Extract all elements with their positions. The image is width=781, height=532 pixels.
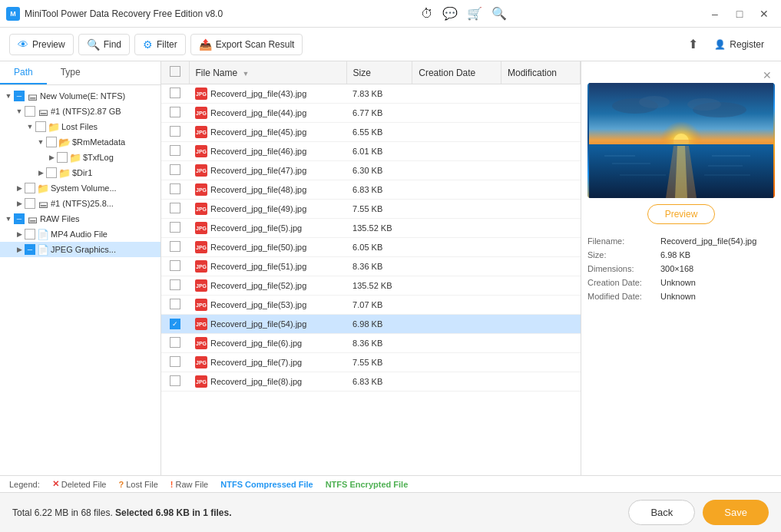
tree-check-rmeta[interactable] <box>46 137 57 147</box>
export-button[interactable]: 📤 Export Scan Result <box>190 34 303 55</box>
row-check-cell[interactable] <box>161 180 189 200</box>
row-check[interactable] <box>170 260 180 271</box>
table-row[interactable]: JPG Recoverd_jpg_file(46).jpg 6.01 KB <box>161 142 581 161</box>
tree-check-txflog[interactable] <box>57 152 68 163</box>
tree-item-txflog[interactable]: ▶ 📁 $TxfLog <box>0 150 161 165</box>
row-check[interactable] <box>170 299 180 309</box>
expand-icon[interactable]: ▼ <box>3 92 14 100</box>
row-check[interactable] <box>170 222 180 233</box>
cart-icon[interactable]: 🛒 <box>467 6 482 21</box>
row-check-cell[interactable] <box>161 200 189 219</box>
minimize-button[interactable]: – <box>704 3 726 25</box>
table-row[interactable]: JPG Recoverd_jpg_file(49).jpg 7.55 KB <box>161 200 581 219</box>
tree-item-jpeg[interactable]: ▶ ─ 📄 JPEG Graphics... <box>0 242 161 257</box>
row-check[interactable] <box>170 203 180 213</box>
search-icon[interactable]: 🔍 <box>491 6 507 21</box>
table-row[interactable]: JPG Recoverd_jpg_file(51).jpg 8.36 KB <box>161 257 581 276</box>
preview-button[interactable]: 👁 Preview <box>9 34 74 55</box>
tree-item-rawfiles[interactable]: ▼ ─ 🖴 RAW Files <box>0 211 161 226</box>
tree-item-dir1[interactable]: ▶ 📁 $Dir1 <box>0 165 161 180</box>
expand-sysvol-icon[interactable]: ▶ <box>14 184 25 192</box>
tree-item-ntfs2[interactable]: ▶ 🖴 #1 (NTFS)25.8... <box>0 196 161 211</box>
table-row[interactable]: JPG Recoverd_jpg_file(47).jpg 6.30 KB <box>161 161 581 180</box>
tree-check-mp4[interactable] <box>25 229 35 240</box>
col-check[interactable] <box>161 61 189 84</box>
expand-rmeta-icon[interactable]: ▼ <box>35 138 46 146</box>
expand-mp4-icon[interactable]: ▶ <box>14 230 25 238</box>
row-check[interactable] <box>170 88 180 98</box>
tree-item-lostfiles[interactable]: ▼ 📁 Lost Files <box>0 119 161 134</box>
expand-raw-icon[interactable]: ▼ <box>3 215 14 223</box>
tree-check-sysvol[interactable] <box>25 183 35 193</box>
expand-jpeg-icon[interactable]: ▶ <box>14 246 25 253</box>
row-check-cell[interactable] <box>161 334 189 353</box>
back-button[interactable]: Back <box>628 500 695 525</box>
row-check-cell[interactable] <box>161 123 189 142</box>
expand-dir1-icon[interactable]: ▶ <box>35 169 46 177</box>
row-check[interactable] <box>170 356 180 367</box>
tree-check-raw[interactable]: ─ <box>14 213 25 224</box>
tab-type[interactable]: Type <box>47 61 94 84</box>
find-button[interactable]: 🔍 Find <box>78 34 130 55</box>
maximize-button[interactable]: □ <box>729 3 750 25</box>
tree-check-dir1[interactable] <box>46 167 57 178</box>
tree-check-ntfs1[interactable] <box>25 106 35 117</box>
tree-check-lost[interactable] <box>35 121 46 132</box>
tree-item-mp4audio[interactable]: ▶ 📄 MP4 Audio File <box>0 226 161 242</box>
expand-ntfs1-icon[interactable]: ▼ <box>14 107 25 115</box>
register-button[interactable]: 👤 Register <box>707 35 772 54</box>
preview-close-button[interactable]: ✕ <box>587 68 775 83</box>
row-check-cell[interactable]: ✓ <box>161 315 189 334</box>
tree-item-root[interactable]: ▼ ─ 🖴 New Volume(E: NTFS) <box>0 88 161 104</box>
row-check[interactable] <box>170 241 180 252</box>
row-check-cell[interactable] <box>161 84 189 104</box>
row-check[interactable] <box>170 164 180 175</box>
table-row[interactable]: JPG Recoverd_jpg_file(44).jpg 6.77 KB <box>161 104 581 123</box>
expand-txflog-icon[interactable]: ▶ <box>46 154 57 161</box>
select-all-check[interactable] <box>170 66 180 77</box>
table-row[interactable]: JPG Recoverd_jpg_file(7).jpg 7.55 KB <box>161 353 581 372</box>
row-check[interactable] <box>170 375 180 386</box>
row-check-cell[interactable] <box>161 257 189 276</box>
tree-item-sysvol[interactable]: ▶ 📁 System Volume... <box>0 180 161 196</box>
row-check-cell[interactable] <box>161 276 189 296</box>
tree-item-ntfs1[interactable]: ▼ 🖴 #1 (NTFS)2.87 GB <box>0 104 161 119</box>
row-check-cell[interactable] <box>161 142 189 161</box>
tree-check-ntfs2[interactable] <box>25 198 35 209</box>
table-row[interactable]: JPG Recoverd_jpg_file(50).jpg 6.05 KB <box>161 238 581 257</box>
row-check[interactable] <box>170 279 180 290</box>
row-check[interactable] <box>170 126 180 137</box>
tab-path[interactable]: Path <box>0 61 47 84</box>
row-check-cell[interactable] <box>161 353 189 372</box>
col-filename[interactable]: File Name ▼ <box>189 61 346 84</box>
table-row[interactable]: JPG Recoverd_jpg_file(8).jpg 6.83 KB <box>161 372 581 392</box>
row-check[interactable] <box>170 107 180 117</box>
chat-icon[interactable]: 💬 <box>442 6 458 21</box>
table-row[interactable]: JPG Recoverd_jpg_file(45).jpg 6.55 KB <box>161 123 581 142</box>
preview-action-button[interactable]: Preview <box>647 204 716 224</box>
table-row[interactable]: JPG Recoverd_jpg_file(53).jpg 7.07 KB <box>161 296 581 315</box>
row-check-cell[interactable] <box>161 219 189 238</box>
row-check-cell[interactable] <box>161 372 189 392</box>
close-button[interactable]: ✕ <box>753 3 775 25</box>
save-button[interactable]: Save <box>703 500 769 525</box>
share-button[interactable]: ⬆ <box>684 33 702 55</box>
row-check-cell[interactable] <box>161 161 189 180</box>
row-check-cell[interactable] <box>161 296 189 315</box>
row-check-cell[interactable] <box>161 238 189 257</box>
row-check-cell[interactable] <box>161 104 189 123</box>
table-row[interactable]: JPG Recoverd_jpg_file(52).jpg 135.52 KB <box>161 276 581 296</box>
table-row[interactable]: JPG Recoverd_jpg_file(43).jpg 7.83 KB <box>161 84 581 104</box>
expand-lost-icon[interactable]: ▼ <box>25 123 35 131</box>
table-row[interactable]: JPG Recoverd_jpg_file(5).jpg 135.52 KB <box>161 219 581 238</box>
row-check[interactable] <box>170 145 180 156</box>
table-row[interactable]: JPG Recoverd_jpg_file(6).jpg 8.36 KB <box>161 334 581 353</box>
tree-check-jpeg[interactable]: ─ <box>25 244 35 255</box>
col-size[interactable]: Size <box>346 61 412 84</box>
filter-button[interactable]: ⚙ Filter <box>134 34 186 55</box>
table-row[interactable]: JPG Recoverd_jpg_file(48).jpg 6.83 KB <box>161 180 581 200</box>
col-modification[interactable]: Modification <box>501 61 580 84</box>
row-check[interactable]: ✓ <box>170 319 180 329</box>
expand-ntfs2-icon[interactable]: ▶ <box>14 200 25 207</box>
tree-check-root[interactable]: ─ <box>14 91 25 101</box>
